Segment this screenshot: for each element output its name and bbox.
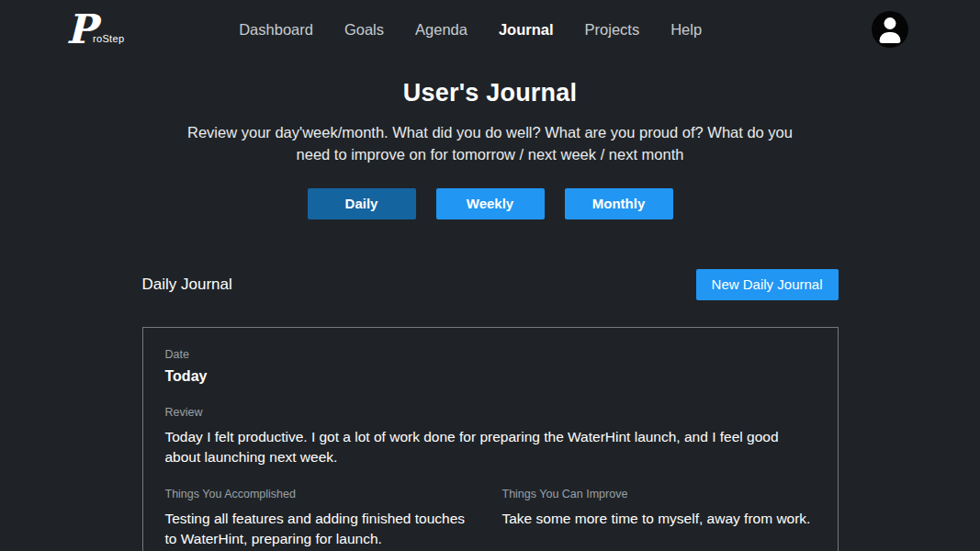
journal-page: User's Journal Review your day'week/mont… [0,79,980,551]
tab-weekly[interactable]: Weekly [436,188,545,219]
user-avatar-button[interactable] [872,11,908,48]
review-field: Review Today I felt productive. I got a … [165,406,816,467]
review-label: Review [165,406,816,419]
nav-item-dashboard[interactable]: Dashboard [239,21,313,39]
nav-item-agenda[interactable]: Agenda [415,21,467,39]
prostep-logo[interactable]: P roStep [66,11,124,48]
tab-monthly[interactable]: Monthly [565,188,673,219]
nav-item-help[interactable]: Help [670,21,702,39]
tab-daily[interactable]: Daily [308,188,416,219]
accomplished-text: Testing all features and adding finished… [165,509,479,548]
top-bar: P roStep Dashboard Goals Agenda Journal … [0,0,980,59]
daily-journal-section: Daily Journal New Daily Journal Date Tod… [142,269,839,551]
person-icon-shoulders [880,32,901,43]
improve-field: Things You Can Improve Take some more ti… [502,488,816,548]
nav-item-goals[interactable]: Goals [344,21,384,39]
accomplished-improve-row: Things You Accomplished Testing all feat… [165,488,816,548]
person-icon [884,17,896,29]
logo-text: roStep [93,33,124,44]
nav-item-projects[interactable]: Projects [585,21,640,39]
journal-entry-card: Date Today Review Today I felt productiv… [142,327,839,551]
date-label: Date [165,348,816,361]
section-title: Daily Journal [142,276,232,294]
accomplished-field: Things You Accomplished Testing all feat… [165,488,479,548]
accomplished-label: Things You Accomplished [165,488,479,500]
date-field: Date Today [165,348,816,385]
page-title: User's Journal [0,79,980,107]
date-value: Today [165,368,816,385]
new-daily-journal-button[interactable]: New Daily Journal [696,269,839,300]
page-subtitle: Review your day'week/month. What did you… [171,122,809,166]
main-nav: Dashboard Goals Agenda Journal Projects … [124,21,817,39]
period-tabs: Daily Weekly Monthly [0,188,980,219]
nav-item-journal[interactable]: Journal [499,21,554,39]
improve-text: Take some more time to myself, away from… [502,509,816,529]
section-header: Daily Journal New Daily Journal [142,269,839,300]
review-text: Today I felt productive. I got a lot of … [165,427,816,467]
improve-label: Things You Can Improve [502,488,816,500]
